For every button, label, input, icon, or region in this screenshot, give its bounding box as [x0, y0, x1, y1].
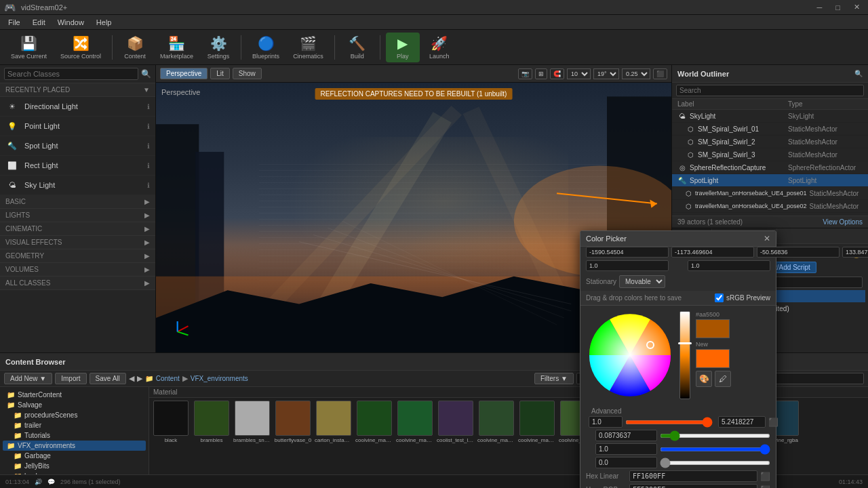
- cp-r-input[interactable]: [589, 416, 623, 428]
- folder-garbage[interactable]: 📁 Garbage: [3, 451, 146, 461]
- outliner-item-skylight[interactable]: 🌤 SkyLight SkyLight: [672, 110, 868, 123]
- basic-header[interactable]: Basic ▶: [0, 195, 155, 209]
- import-button[interactable]: Import: [55, 373, 86, 384]
- outliner-item-traveller2[interactable]: ⬡ travellerMan_onHorseback_UE4_pose02 St…: [672, 200, 868, 213]
- toolbar-save-current[interactable]: 💾 Save Current: [5, 33, 52, 62]
- light-item-point[interactable]: 💡 Point Light ℹ: [0, 117, 155, 136]
- cp-dropper-button[interactable]: 🎨: [696, 371, 712, 387]
- scale-select[interactable]: 0.25: [622, 68, 650, 79]
- class-search-input[interactable]: [4, 68, 138, 80]
- angle-select[interactable]: 19°: [593, 68, 619, 79]
- cp-val1[interactable]: [586, 260, 669, 271]
- cp-srgb-checkbox[interactable]: [715, 293, 724, 302]
- folder-tutorials[interactable]: 📁 Tutorials: [3, 430, 146, 441]
- asset-item[interactable]: coolvine_master_1c: [518, 401, 556, 443]
- asset-item[interactable]: brambles_snow_2: [233, 401, 271, 443]
- toolbar-source-control[interactable]: 🔀 Source Control: [55, 33, 106, 62]
- color-picker-dialog[interactable]: Color Picker ✕ Stationary Movable Drag &…: [580, 230, 776, 488]
- cp-hex-linear-expand[interactable]: ⬛: [760, 472, 770, 481]
- toolbar-blueprints[interactable]: 🔵 Blueprints: [247, 33, 285, 62]
- cp-intensity-input[interactable]: [718, 416, 766, 428]
- menu-help[interactable]: Help: [91, 17, 117, 28]
- cp-picker-button[interactable]: 🖊: [715, 371, 731, 387]
- cp-intensity-expand[interactable]: ⬛: [768, 418, 778, 427]
- outliner-item-swirl1[interactable]: ⬡ SM_Spiral_Swirl_01 StaticMeshActor: [672, 123, 868, 136]
- nav-forward-icon[interactable]: ▶: [137, 374, 142, 383]
- toolbar-launch[interactable]: 🚀 Launch: [422, 33, 456, 62]
- outliner-item-swirl2[interactable]: ⬡ SM_Spiral_Swirl_2 StaticMeshActor: [672, 136, 868, 148]
- lights-header[interactable]: Lights ▶: [0, 209, 155, 222]
- nav-back-icon[interactable]: ◀: [129, 374, 134, 383]
- light-item-directional[interactable]: ☀ Directional Light ℹ: [0, 97, 155, 117]
- cp-v-input[interactable]: [595, 457, 657, 468]
- geometry-header[interactable]: Geometry ▶: [0, 249, 155, 263]
- cp-g-slider[interactable]: [660, 434, 770, 438]
- title-maximize[interactable]: □: [831, 2, 844, 13]
- snap-size-select[interactable]: 10: [567, 68, 591, 79]
- toolbar-marketplace[interactable]: 🏪 Marketplace: [155, 33, 199, 62]
- volumes-header[interactable]: Volumes ▶: [0, 263, 155, 277]
- cp-hex-srgb-expand[interactable]: ⬛: [760, 485, 770, 489]
- breadcrumb-vfx[interactable]: VFX_environments: [191, 375, 248, 382]
- light-item-sky[interactable]: 🌤 Sky Light ℹ: [0, 176, 155, 195]
- cp-coord-x[interactable]: [586, 247, 669, 258]
- folder-starter-content[interactable]: 📁 StarterContent: [3, 390, 146, 400]
- folder-vfx-environments[interactable]: 📁 VFX_environments: [3, 441, 146, 451]
- title-close[interactable]: ✕: [850, 1, 864, 13]
- cp-v-slider[interactable]: [660, 461, 770, 465]
- breadcrumb-content[interactable]: Content: [156, 375, 180, 382]
- folder-trailer[interactable]: 📁 trailer: [3, 420, 146, 430]
- asset-item[interactable]: butterflyvase_0: [274, 401, 312, 443]
- cp-brightness-strip[interactable]: [679, 311, 690, 399]
- light-item-rect[interactable]: ⬜ Rect Light ℹ: [0, 156, 155, 176]
- outliner-item-spotlight[interactable]: 🔦 SpotLight SpotLight: [672, 174, 868, 187]
- folder-jellyBits[interactable]: 📁 JellyBits: [3, 461, 146, 471]
- show-button[interactable]: Show: [233, 68, 262, 79]
- camera-icon-btn[interactable]: 📷: [518, 68, 532, 79]
- recently-placed-header[interactable]: Recently Placed ▼: [0, 83, 155, 97]
- cp-coord-z[interactable]: [757, 247, 840, 258]
- add-new-button[interactable]: Add New ▼: [4, 373, 52, 384]
- maximize-viewport-btn[interactable]: ⬛: [653, 68, 667, 79]
- perspective-button[interactable]: Perspective: [160, 68, 208, 79]
- asset-item[interactable]: coolist_test_last: [437, 401, 475, 443]
- cp-rot[interactable]: [842, 247, 868, 258]
- cp-hex-linear-input[interactable]: [629, 470, 757, 482]
- folder-procedure-scenes[interactable]: 📁 procedureScenes: [3, 410, 146, 420]
- outliner-item-reflection[interactable]: ◎ SphereReflectionCapture SphereReflecti…: [672, 161, 868, 174]
- folder-salvage[interactable]: 📁 Salvage: [3, 400, 146, 410]
- light-item-spot[interactable]: 🔦 Spot Light ℹ: [0, 136, 155, 156]
- asset-item[interactable]: coolvine_master_1: [355, 401, 393, 443]
- asset-item[interactable]: coolvine_master_test: [396, 401, 434, 443]
- cp-hex-srgb-input[interactable]: [629, 484, 757, 488]
- cinematic-header[interactable]: Cinematic ▶: [0, 222, 155, 236]
- snap-icon-btn[interactable]: 🧲: [550, 68, 564, 79]
- toolbar-content[interactable]: 📦 Content: [118, 33, 152, 62]
- menu-edit[interactable]: Edit: [27, 17, 51, 28]
- view-options-button[interactable]: View Options: [823, 218, 863, 226]
- asset-item[interactable]: brambles: [193, 401, 231, 443]
- asset-item[interactable]: black: [152, 401, 190, 443]
- save-all-button[interactable]: Save All: [90, 373, 126, 384]
- outliner-item-traveller1[interactable]: ⬡ travellerMan_onHorseback_UE4_pose01 St…: [672, 187, 868, 200]
- toolbar-settings[interactable]: ⚙️ Settings: [201, 33, 235, 62]
- cp-g-input[interactable]: [595, 430, 657, 441]
- cp-r-slider[interactable]: [625, 420, 713, 424]
- toolbar-cinematics[interactable]: 🎬 Cinematics: [288, 33, 329, 62]
- cp-coord-y[interactable]: [671, 247, 754, 258]
- asset-item[interactable]: carton_instances_0: [315, 401, 353, 443]
- menu-file[interactable]: File: [3, 17, 26, 28]
- cp-val2[interactable]: [688, 260, 770, 271]
- outliner-search-input[interactable]: [676, 85, 864, 96]
- cp-b-input[interactable]: [595, 443, 657, 455]
- all-classes-header[interactable]: All Classes ▶: [0, 277, 155, 290]
- title-minimize[interactable]: ─: [813, 2, 827, 13]
- filters-button[interactable]: Filters ▼: [534, 373, 574, 384]
- asset-item[interactable]: coolvine_master_1b: [477, 401, 515, 443]
- grid-icon-btn[interactable]: ⊞: [535, 68, 547, 79]
- cp-movable-select[interactable]: Movable: [619, 275, 665, 288]
- toolbar-play[interactable]: ▶ Play: [386, 33, 420, 62]
- outliner-item-swirl3[interactable]: ⬡ SM_Spiral_Swirl_3 StaticMeshActor: [672, 148, 868, 161]
- cp-color-wheel[interactable]: [586, 311, 674, 399]
- cp-b-slider[interactable]: [660, 447, 770, 451]
